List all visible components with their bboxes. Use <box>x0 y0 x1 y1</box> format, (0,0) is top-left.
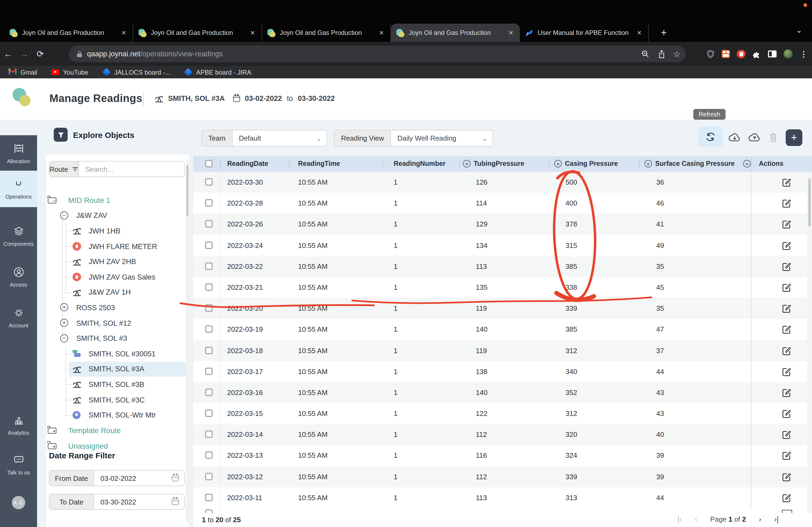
table-row[interactable]: 2022-03-20 10:55 AM 1 119 339 35 <box>193 298 812 319</box>
url-bar[interactable]: qaapp.joynai.net/operations/view-reading… <box>69 46 686 62</box>
edit-row-button[interactable] <box>782 199 791 208</box>
row-checkbox[interactable] <box>205 326 213 333</box>
browser-tab[interactable]: Joyn Oil and Gas Production ✕ <box>391 24 520 42</box>
edit-row-button[interactable] <box>782 325 791 334</box>
row-checkbox[interactable] <box>205 367 213 375</box>
tree-item-icon[interactable]: − + <box>73 395 82 404</box>
row-checkbox[interactable] <box>205 304 213 312</box>
column-header-tubingpressure[interactable]: TubingPressure <box>474 156 524 172</box>
row-checkbox[interactable] <box>205 509 213 513</box>
collapse-icon[interactable]: − <box>60 334 68 342</box>
search-input[interactable] <box>79 162 185 177</box>
tree-item[interactable]: − + SMITH, SOL #3B <box>46 377 189 392</box>
browser-tab[interactable]: User Manual for APBE Function ✕ <box>520 24 649 42</box>
row-checkbox[interactable] <box>205 199 213 207</box>
select-all-checkbox[interactable] <box>205 160 213 167</box>
tab-close-icon[interactable]: ✕ <box>508 29 514 36</box>
tree-scrollbar-thumb[interactable] <box>186 165 188 216</box>
expand-icon[interactable]: + <box>60 319 68 327</box>
share-icon[interactable] <box>657 50 666 58</box>
column-header-readingdate[interactable]: ReadingDate <box>227 156 268 172</box>
zoom-out-icon[interactable] <box>641 50 650 58</box>
tab-close-icon[interactable]: ✕ <box>378 29 385 36</box>
table-row[interactable]: 2022-03-19 10:55 AM 1 140 385 47 <box>193 319 812 340</box>
first-page-button[interactable]: |‹ <box>678 515 682 523</box>
reload-icon[interactable]: ⟳ <box>32 49 48 59</box>
tree-item-icon[interactable]: − + <box>73 380 82 389</box>
sidebar-item-operations[interactable]: Operations <box>0 171 37 207</box>
to-date-value[interactable]: 03-30-2022 <box>94 494 184 509</box>
table-row[interactable]: 2022-03-24 10:55 AM 1 134 315 49 <box>193 235 812 256</box>
tree-item[interactable]: − + MID Route 1 <box>46 193 189 208</box>
table-row[interactable]: 2022-03-22 10:55 AM 1 113 385 35 <box>193 256 812 277</box>
tree-item-icon[interactable]: − + <box>48 426 57 435</box>
calendar-icon[interactable] <box>172 475 179 481</box>
edit-row-button[interactable] <box>782 241 791 250</box>
bookmark-item[interactable]: JALLOCS board -... <box>102 68 170 76</box>
tree-item-icon[interactable]: − + <box>73 273 82 282</box>
table-scrollbar[interactable] <box>807 172 812 513</box>
row-checkbox[interactable] <box>205 241 213 249</box>
row-checkbox[interactable] <box>205 220 213 228</box>
tree-item[interactable]: − + SMITH, SOL #12 <box>46 316 189 331</box>
row-checkbox[interactable] <box>205 262 213 270</box>
table-row[interactable]: 2022-03-26 10:55 AM 1 129 378 41 <box>193 214 812 235</box>
table-row[interactable]: 2022-03-17 10:55 AM 1 138 340 44 <box>193 361 812 382</box>
browser-tab[interactable]: Joyn Oil and Gas Production ✕ <box>133 24 262 42</box>
previous-page-button[interactable]: ‹ <box>695 515 697 523</box>
sidebar-item-components[interactable]: Components <box>0 225 37 247</box>
bookmark-item[interactable]: YouTube <box>51 68 88 76</box>
edit-row-button[interactable] <box>782 451 791 460</box>
extensions-puzzle-icon[interactable] <box>752 50 761 58</box>
edit-row-button[interactable] <box>782 178 791 187</box>
adblock-icon[interactable] <box>737 50 745 58</box>
upload-button[interactable] <box>748 132 761 143</box>
tree-item-icon[interactable]: − + <box>60 303 70 312</box>
shield-extension-icon[interactable] <box>706 50 715 58</box>
row-checkbox[interactable] <box>205 431 213 438</box>
tab-close-icon[interactable]: ✕ <box>636 29 643 36</box>
edit-row-button[interactable] <box>782 346 791 355</box>
delete-button[interactable] <box>769 133 778 142</box>
table-scrollbar-thumb[interactable] <box>808 178 811 226</box>
row-checkbox[interactable] <box>205 409 213 417</box>
tree-item-icon[interactable]: − + <box>73 257 82 266</box>
row-checkbox[interactable] <box>205 389 213 396</box>
user-avatar[interactable]: A G <box>12 496 25 509</box>
tree-scrollbar[interactable] <box>186 160 189 523</box>
from-date-value[interactable]: 03-02-2022 <box>94 471 184 486</box>
side-panel-icon[interactable] <box>768 50 777 57</box>
back-icon[interactable]: ← <box>0 49 16 59</box>
edit-row-button[interactable] <box>782 262 791 271</box>
tree-item-icon[interactable]: − + <box>73 411 82 419</box>
row-checkbox[interactable] <box>205 494 213 501</box>
table-row[interactable]: 2022-03-30 10:55 AM 1 126 500 36 <box>193 172 812 193</box>
tree-item[interactable]: − + ROSS 2503 <box>46 300 189 315</box>
table-row[interactable]: 2022-03-12 10:55 AM 1 112 339 39 <box>193 466 812 487</box>
add-reading-button[interactable]: + <box>786 129 802 146</box>
tree-item[interactable]: − + J&W ZAV <box>46 208 189 223</box>
edit-row-button[interactable] <box>782 510 792 513</box>
new-tab-button[interactable]: + <box>656 25 671 40</box>
browser-profile-avatar[interactable] <box>784 49 793 59</box>
edit-row-button[interactable] <box>782 367 791 376</box>
edit-row-button[interactable] <box>782 220 791 229</box>
row-checkbox[interactable] <box>205 283 213 291</box>
column-header-readingtime[interactable]: ReadingTime <box>298 156 340 172</box>
sidebar-item-allocation[interactable]: Allocation <box>0 143 37 164</box>
sidebar-item-account[interactable]: Account <box>0 307 37 328</box>
collapse-icon[interactable]: − <box>60 211 68 220</box>
bookmark-star-icon[interactable]: ☆ <box>673 49 680 59</box>
tree-item[interactable]: − + JWH ZAV Gas Sales <box>46 269 189 285</box>
extension-icon[interactable] <box>722 50 730 58</box>
row-checkbox[interactable] <box>205 452 213 459</box>
tree-item[interactable]: − + SMITH, SOL #3 <box>46 331 189 346</box>
edit-row-button[interactable] <box>782 493 791 502</box>
row-checkbox[interactable] <box>205 472 213 480</box>
tab-list-chevron-icon[interactable]: ⌄ <box>796 26 802 34</box>
column-header-casingpressure[interactable]: Casing Pressure <box>565 156 618 172</box>
route-filter-button[interactable]: Route <box>49 162 79 177</box>
table-row[interactable]: 2022-03-18 10:55 AM 1 119 312 37 <box>193 340 812 361</box>
tree-item-icon[interactable]: − + <box>48 196 57 205</box>
explore-filter-button[interactable] <box>54 128 68 142</box>
